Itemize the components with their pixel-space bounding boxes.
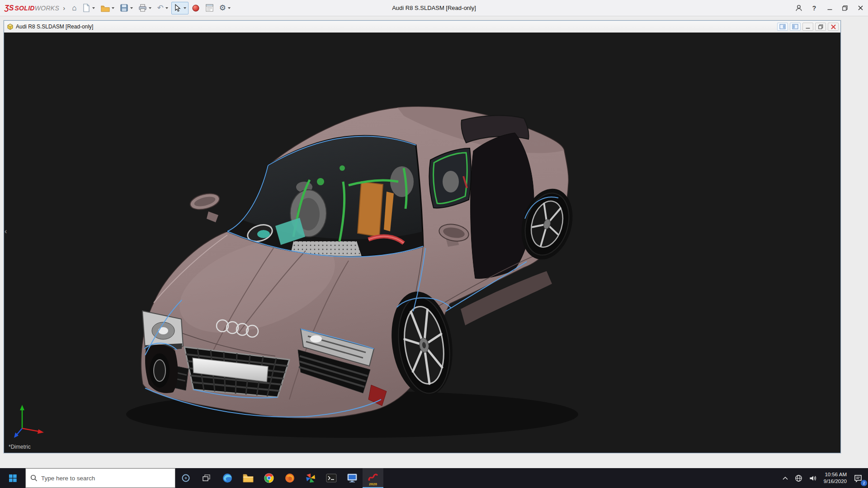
file-explorer-icon xyxy=(243,474,254,483)
save-button[interactable] xyxy=(118,2,135,14)
undo-button[interactable]: ↶ xyxy=(155,2,170,14)
close-icon xyxy=(858,5,863,10)
gear-icon: ⚙ xyxy=(219,4,226,12)
new-document-caret-icon[interactable] xyxy=(92,7,95,9)
brand-text-works: WORKS xyxy=(35,5,59,12)
options-button[interactable]: ⚙ xyxy=(217,2,233,14)
report-icon xyxy=(205,4,214,12)
window-pane-icon-2 xyxy=(792,24,798,29)
photos-icon xyxy=(306,473,316,483)
print-caret-icon[interactable] xyxy=(149,7,151,9)
taskbar-search[interactable] xyxy=(25,468,175,488)
x-axis-arrow xyxy=(38,429,44,434)
new-document-button[interactable] xyxy=(80,2,97,14)
cortana-button[interactable] xyxy=(175,468,196,488)
solidworks-logo: ƷS SOLID WORKS xyxy=(0,4,59,12)
notification-count-badge: 2 xyxy=(861,480,867,486)
feature-manager-collapse-icon[interactable]: ‹ xyxy=(5,228,7,235)
search-input[interactable] xyxy=(41,475,170,482)
photos-app-button[interactable] xyxy=(300,468,321,488)
minimize-button[interactable] xyxy=(822,0,837,16)
minimize-icon xyxy=(827,5,832,10)
search-icon xyxy=(30,474,38,482)
taskbar-clock[interactable]: 10:56 AM 9/16/2020 xyxy=(820,471,850,485)
action-center-button[interactable]: 2 xyxy=(850,468,868,488)
roll-cage-orange xyxy=(358,182,383,237)
window-pane-button-1[interactable] xyxy=(777,23,788,31)
file-properties-button[interactable] xyxy=(203,2,216,14)
save-caret-icon[interactable] xyxy=(130,7,133,9)
tray-expand-button[interactable] xyxy=(779,468,792,488)
clock-date: 9/16/2020 xyxy=(824,478,847,485)
menu-expand-icon[interactable]: › xyxy=(59,4,70,12)
document-window: Audi R8 S.SLDASM [Read-only] xyxy=(4,20,841,453)
terminal-app-button[interactable] xyxy=(321,468,342,488)
open-caret-icon[interactable] xyxy=(112,7,114,9)
document-titlebar[interactable]: Audi R8 S.SLDASM [Read-only] xyxy=(4,21,840,33)
mdi-workspace: Audi R8 S.SLDASM [Read-only] xyxy=(0,16,868,468)
task-view-icon xyxy=(203,474,211,482)
window-pane-button-2[interactable] xyxy=(790,23,801,31)
red-sphere-button[interactable] xyxy=(189,2,202,14)
system-tray: 10:56 AM 9/16/2020 2 xyxy=(779,468,868,488)
solidworks-version-badge: 2020 xyxy=(369,483,377,486)
close-button[interactable] xyxy=(853,0,868,16)
orientation-triad[interactable] xyxy=(10,400,51,441)
solidworks-taskbar-button[interactable]: 2020 xyxy=(363,468,383,488)
network-button[interactable] xyxy=(792,468,806,488)
doc-close-button[interactable] xyxy=(828,23,839,31)
doc-restore-button[interactable] xyxy=(815,23,826,31)
task-view-button[interactable] xyxy=(196,468,217,488)
quick-access-toolbar: ⌂ ↶ ⚙ xyxy=(70,2,233,14)
firefox-icon xyxy=(284,473,295,483)
user-icon xyxy=(795,4,803,12)
select-cursor-icon xyxy=(174,4,182,12)
save-icon xyxy=(120,4,128,12)
speaker-icon xyxy=(809,474,817,482)
network-icon xyxy=(795,474,802,482)
volume-button[interactable] xyxy=(806,468,820,488)
undo-icon: ↶ xyxy=(157,4,163,12)
display-app-button[interactable] xyxy=(342,468,363,488)
sphere-icon xyxy=(192,4,200,12)
document-controls xyxy=(777,23,839,31)
door-window[interactable] xyxy=(429,148,471,208)
undo-caret-icon[interactable] xyxy=(165,7,168,9)
print-button[interactable] xyxy=(136,2,154,14)
open-button[interactable] xyxy=(98,2,117,14)
brand-text-solid: SOLID xyxy=(14,5,34,12)
graphics-viewport[interactable]: *Dimetric ‹ xyxy=(4,33,840,453)
account-button[interactable] xyxy=(791,0,807,16)
home-button[interactable]: ⌂ xyxy=(70,2,79,14)
assembly-document-icon xyxy=(7,23,14,30)
view-orientation-label: *Dimetric xyxy=(9,444,31,450)
select-caret-icon[interactable] xyxy=(184,7,186,9)
app-title: Audi R8 S.SLDASM [Read-only] xyxy=(392,5,476,11)
display-app-icon xyxy=(347,473,358,483)
window-pane-icon-1 xyxy=(779,24,786,29)
options-caret-icon[interactable] xyxy=(228,7,231,9)
left-mirror[interactable] xyxy=(189,191,221,222)
titlebar-controls: ? xyxy=(791,0,868,16)
y-axis-arrow xyxy=(20,405,24,410)
start-button[interactable] xyxy=(0,468,25,488)
dassault-logo-icon: ƷS xyxy=(5,4,14,12)
file-explorer-button[interactable] xyxy=(238,468,259,488)
doc-close-icon xyxy=(831,24,836,29)
firefox-app-button[interactable] xyxy=(279,468,300,488)
solidworks-taskbar-icon xyxy=(368,473,378,483)
edge-app-button[interactable] xyxy=(217,468,238,488)
app-titlebar: ƷS SOLID WORKS › ⌂ ↶ xyxy=(0,0,868,16)
car-model-canvas[interactable] xyxy=(4,33,840,453)
restore-button[interactable] xyxy=(837,0,853,16)
doc-minimize-button[interactable] xyxy=(802,23,813,31)
chrome-app-button[interactable] xyxy=(259,468,279,488)
new-document-icon xyxy=(82,4,90,12)
open-folder-icon xyxy=(100,4,110,12)
doc-restore-icon xyxy=(818,24,823,29)
windows-logo-icon xyxy=(9,474,17,482)
restore-icon xyxy=(842,5,848,11)
select-button[interactable] xyxy=(171,2,189,14)
help-button[interactable]: ? xyxy=(807,0,822,16)
terminal-icon xyxy=(326,473,337,483)
